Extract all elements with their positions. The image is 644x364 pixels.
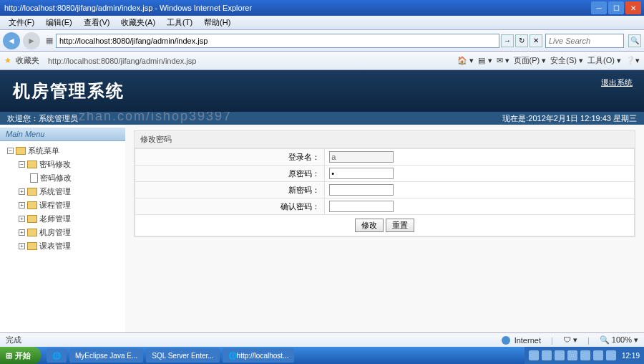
logout-link[interactable]: 退出系统 xyxy=(601,77,633,88)
login-input xyxy=(329,151,394,163)
tree-item-sys[interactable]: + 系统管理 xyxy=(19,185,125,198)
confirm-pwd-input[interactable] xyxy=(329,201,394,212)
search-button[interactable]: 🔍 xyxy=(628,34,641,47)
window-titlebar: http://localhost:8080/jifang/admin/index… xyxy=(0,0,644,16)
confirm-pwd-label: 确认密码： xyxy=(135,198,325,215)
clock[interactable]: 12:19 xyxy=(619,352,640,360)
folder-icon xyxy=(27,188,37,196)
taskbar-item-sqlserver[interactable]: SQL Server Enter... xyxy=(146,348,219,363)
folder-icon xyxy=(27,229,37,236)
refresh-button[interactable]: ↻ xyxy=(515,34,528,47)
collapse-icon[interactable]: − xyxy=(7,148,14,154)
quicklaunch-ie[interactable]: 🌐 xyxy=(47,348,67,363)
window-title: http://localhost:8080/jifang/admin/index… xyxy=(3,4,591,12)
help-icon[interactable]: ❔▾ xyxy=(625,56,640,65)
tray-icon[interactable] xyxy=(529,350,539,360)
expand-icon[interactable]: + xyxy=(19,243,25,249)
main-content: 修改密码 登录名： 原密码： 新密码： 确认密码： xyxy=(125,125,644,357)
tray-icon[interactable] xyxy=(542,350,552,360)
menu-edit[interactable]: 编辑(E) xyxy=(42,16,77,29)
new-pwd-input[interactable] xyxy=(329,184,394,196)
favorites-label[interactable]: 收藏夹 xyxy=(16,55,39,66)
tree-root-label: 系统菜单 xyxy=(28,145,59,156)
ie-navbar: ◄ ► ▦ → ↻ ✕ 🔍 xyxy=(0,30,644,52)
home-icon[interactable]: 🏠 ▾ xyxy=(457,56,474,65)
menu-tools[interactable]: 工具(T) xyxy=(162,16,197,29)
old-pwd-label: 原密码： xyxy=(135,166,325,182)
tools-menu[interactable]: 工具(O) ▾ xyxy=(587,55,621,66)
system-tray: 12:19 xyxy=(525,347,644,364)
maximize-button[interactable]: ☐ xyxy=(608,1,624,14)
page-icon: ▦ xyxy=(46,36,53,45)
form-panel: 修改密码 登录名： 原密码： 新密码： 确认密码： xyxy=(134,130,635,237)
expand-icon[interactable]: + xyxy=(19,202,25,209)
status-text: 完成 xyxy=(6,335,502,345)
submit-button[interactable]: 修改 xyxy=(355,219,384,232)
tree-item-teacher[interactable]: + 老师管理 xyxy=(19,212,125,226)
page-content: zhan.com/ishop39397 机房管理系统 退出系统 欢迎您：系统管理… xyxy=(0,70,644,357)
forward-button[interactable]: ► xyxy=(23,32,40,49)
tray-icon[interactable] xyxy=(580,350,590,360)
ie-menubar: 文件(F) 编辑(E) 查看(V) 收藏夹(A) 工具(T) 帮助(H) xyxy=(0,16,644,30)
collapse-icon[interactable]: − xyxy=(19,161,25,168)
welcome-text: 欢迎您：系统管理员 xyxy=(7,113,502,124)
folder-icon xyxy=(27,161,37,168)
back-button[interactable]: ◄ xyxy=(3,32,20,49)
folder-icon xyxy=(27,242,37,250)
taskbar-item-myeclipse[interactable]: MyEclipse Java E... xyxy=(69,348,143,363)
tray-icon[interactable] xyxy=(567,350,577,360)
feed-icon[interactable]: ▤ ▾ xyxy=(478,56,492,65)
address-bar-wrap: ▦ → ↻ ✕ xyxy=(43,34,542,48)
page-menu[interactable]: 页面(P) ▾ xyxy=(514,55,547,66)
go-button[interactable]: → xyxy=(501,34,514,47)
windows-taskbar: ⊞ 开始 🌐 MyEclipse Java E... SQL Server En… xyxy=(0,347,644,364)
tree-root[interactable]: − 系统菜单 xyxy=(7,144,125,158)
address-input[interactable] xyxy=(56,34,499,48)
expand-icon[interactable]: + xyxy=(19,216,25,222)
tray-icon[interactable] xyxy=(606,350,616,360)
favorites-star-icon[interactable]: ★ xyxy=(4,56,11,65)
tree-item-course[interactable]: + 课程管理 xyxy=(19,198,125,212)
safety-menu[interactable]: 安全(S) ▾ xyxy=(550,55,583,66)
tree-pwd-item[interactable]: 密码修改 xyxy=(30,171,125,185)
taskbar-item-ie[interactable]: 🌐 http://localhost... xyxy=(223,348,295,363)
password-form: 登录名： 原密码： 新密码： 确认密码： xyxy=(135,148,635,236)
menu-help[interactable]: 帮助(H) xyxy=(200,16,235,29)
protected-mode-icon[interactable]: 🛡 ▾ xyxy=(563,335,577,345)
reset-button[interactable]: 重置 xyxy=(386,219,414,232)
minimize-button[interactable]: ─ xyxy=(591,1,607,14)
tree-item-room[interactable]: + 机房管理 xyxy=(19,226,125,239)
start-button[interactable]: ⊞ 开始 xyxy=(0,347,41,364)
login-label: 登录名： xyxy=(135,149,325,166)
ie-statusbar: 完成 Internet | 🛡 ▾ | 🔍 100% ▾ xyxy=(0,332,644,347)
tab-title[interactable]: http://localhost:8080/jifang/admin/index… xyxy=(48,57,196,65)
sidebar: Main Menu − 系统菜单 − 密码修改 xyxy=(0,125,125,357)
tray-icon[interactable] xyxy=(593,350,603,360)
close-button[interactable]: ✕ xyxy=(625,1,641,14)
menu-view[interactable]: 查看(V) xyxy=(79,16,114,29)
folder-icon xyxy=(16,147,26,155)
tray-icon[interactable] xyxy=(555,350,565,360)
tree-pwd-group[interactable]: − 密码修改 xyxy=(19,158,125,171)
globe-icon xyxy=(502,336,510,345)
ie-toolbar: ★ 收藏夹 http://localhost:8080/jifang/admin… xyxy=(0,52,644,70)
windows-logo-icon: ⊞ xyxy=(6,351,12,360)
old-pwd-input[interactable] xyxy=(329,168,394,179)
nav-tree: − 系统菜单 − 密码修改 密码修改 xyxy=(0,141,125,253)
zoom-control[interactable]: 🔍 100% ▾ xyxy=(600,335,638,345)
sidebar-header: Main Menu xyxy=(0,128,125,141)
mail-icon[interactable]: ✉ ▾ xyxy=(497,56,509,65)
zone-text: Internet xyxy=(514,336,541,345)
menu-file[interactable]: 文件(F) xyxy=(4,16,39,29)
menu-favorites[interactable]: 收藏夹(A) xyxy=(117,16,160,29)
stop-button[interactable]: ✕ xyxy=(530,34,542,47)
expand-icon[interactable]: + xyxy=(19,188,25,195)
datetime-text: 现在是:2012年2月1日 12:19:43 星期三 xyxy=(502,113,637,124)
folder-icon xyxy=(27,201,37,209)
new-pwd-label: 新密码： xyxy=(135,182,325,198)
app-header: 机房管理系统 退出系统 xyxy=(0,70,644,112)
info-bar: 欢迎您：系统管理员 现在是:2012年2月1日 12:19:43 星期三 xyxy=(0,112,644,125)
search-input[interactable] xyxy=(545,34,624,48)
tree-item-schedule[interactable]: + 课表管理 xyxy=(19,239,125,253)
expand-icon[interactable]: + xyxy=(19,229,25,236)
